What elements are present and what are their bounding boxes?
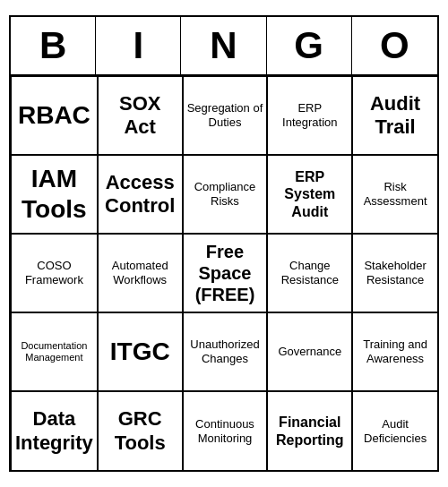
cell-text-12: Free Space (FREE) (187, 241, 263, 305)
header-letter-G: G (267, 17, 352, 74)
cell-text-10: COSO Framework (15, 259, 93, 286)
cell-text-21: GRC Tools (102, 407, 178, 455)
cell-text-9: Risk Assessment (357, 180, 434, 208)
bingo-header: BINGO (11, 17, 437, 76)
bingo-cell-2[interactable]: Segregation of Duties (183, 76, 268, 155)
cell-text-23: Financial Reporting (271, 414, 348, 448)
bingo-cell-8[interactable]: ERP System Audit (267, 155, 352, 234)
cell-text-16: ITGC (110, 337, 170, 367)
cell-text-4: Audit Trail (357, 92, 434, 140)
bingo-cell-11[interactable]: Automated Workflows (98, 234, 183, 312)
bingo-cell-17[interactable]: Unauthorized Changes (183, 312, 268, 391)
cell-text-7: Compliance Risks (187, 180, 263, 208)
bingo-cell-5[interactable]: IAM Tools (11, 155, 98, 234)
bingo-cell-6[interactable]: Access Control (98, 155, 183, 234)
bingo-cell-10[interactable]: COSO Framework (11, 234, 98, 312)
bingo-cell-15[interactable]: Documentation Management (11, 312, 98, 391)
bingo-grid: RBACSOX ActSegregation of DutiesERP Inte… (11, 76, 437, 470)
bingo-cell-18[interactable]: Governance (267, 312, 352, 391)
cell-text-11: Automated Workflows (102, 259, 178, 286)
header-letter-I: I (96, 17, 181, 74)
bingo-cell-12[interactable]: Free Space (FREE) (183, 234, 268, 312)
bingo-cell-20[interactable]: Data Integrity (11, 391, 98, 470)
cell-text-13: Change Resistance (271, 259, 348, 286)
bingo-cell-7[interactable]: Compliance Risks (183, 155, 268, 234)
bingo-cell-0[interactable]: RBAC (11, 76, 98, 155)
cell-text-18: Governance (278, 345, 341, 359)
cell-text-1: SOX Act (102, 92, 178, 140)
bingo-cell-1[interactable]: SOX Act (98, 76, 183, 155)
bingo-cell-14[interactable]: Stakeholder Resistance (352, 234, 437, 312)
cell-text-3: ERP Integration (271, 101, 348, 129)
bingo-cell-16[interactable]: ITGC (98, 312, 183, 391)
bingo-cell-19[interactable]: Training and Awareness (352, 312, 437, 391)
cell-text-22: Continuous Monitoring (187, 417, 263, 445)
cell-text-14: Stakeholder Resistance (357, 259, 434, 286)
cell-text-5: IAM Tools (15, 164, 93, 224)
bingo-cell-3[interactable]: ERP Integration (267, 76, 352, 155)
bingo-cell-22[interactable]: Continuous Monitoring (183, 391, 268, 470)
cell-text-8: ERP System Audit (271, 168, 348, 220)
bingo-card: BINGO RBACSOX ActSegregation of DutiesER… (9, 15, 439, 472)
bingo-cell-9[interactable]: Risk Assessment (352, 155, 437, 234)
cell-text-2: Segregation of Duties (187, 101, 263, 129)
header-letter-N: N (181, 17, 266, 74)
cell-text-24: Audit Deficiencies (357, 417, 434, 445)
header-letter-B: B (11, 17, 96, 74)
cell-text-0: RBAC (18, 100, 90, 131)
bingo-cell-23[interactable]: Financial Reporting (267, 391, 352, 470)
bingo-cell-21[interactable]: GRC Tools (98, 391, 183, 470)
cell-text-19: Training and Awareness (357, 337, 434, 365)
bingo-cell-24[interactable]: Audit Deficiencies (352, 391, 437, 470)
cell-text-6: Access Control (102, 171, 178, 218)
bingo-cell-4[interactable]: Audit Trail (352, 76, 437, 155)
cell-text-15: Documentation Management (15, 340, 93, 363)
cell-text-20: Data Integrity (15, 407, 93, 455)
header-letter-O: O (352, 17, 437, 74)
bingo-cell-13[interactable]: Change Resistance (267, 234, 352, 312)
cell-text-17: Unauthorized Changes (187, 337, 263, 365)
